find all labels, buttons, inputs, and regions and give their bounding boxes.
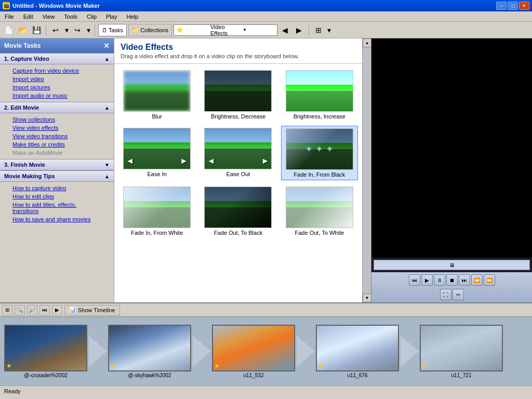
rewind-button[interactable]: ⏪ [471, 274, 483, 286]
section-capture-header[interactable]: 1. Capture Video ▲ [0, 53, 114, 64]
timeline-toolbar: ⊞ 🔍 🔎 ⏮ ▶ 📊 Show Timeline [0, 303, 532, 317]
section-edit-header[interactable]: 2. Edit Movie ▲ [0, 102, 114, 113]
minimize-button[interactable]: ─ [496, 2, 507, 10]
clip-thumb-skyhawk: ★ [108, 325, 191, 371]
effect-blur[interactable]: Blur [118, 68, 195, 122]
effects-dropdown-label: Video Effects [210, 24, 243, 36]
effect-ease-out[interactable]: ◄► Ease Out [200, 126, 276, 180]
redo-button[interactable]: ↪ [71, 24, 84, 36]
scroll-down-button[interactable]: ▼ [363, 294, 371, 302]
menu-file[interactable]: File [3, 13, 16, 20]
transition-3[interactable] [295, 328, 316, 375]
fullscreen-button[interactable]: ⛶ [440, 289, 451, 300]
menu-play[interactable]: Play [104, 13, 119, 20]
effect-fade-in-black[interactable]: Fade In, From Black [281, 126, 358, 180]
content-scrollbar[interactable]: ▲ ▼ [362, 38, 371, 302]
story-clip-u11-532[interactable]: ★ u11_532 [212, 325, 295, 378]
sidebar-close-button[interactable]: ✕ [103, 42, 110, 50]
menu-clip[interactable]: Clip [85, 13, 99, 20]
effect-brightness-increase[interactable]: Brightness, Increase [281, 68, 358, 122]
sidebar-link-view-transitions[interactable]: View video transitions [0, 132, 114, 140]
view-dropdown-button[interactable]: ▾ [326, 24, 332, 36]
sidebar-link-edit-tips[interactable]: How to edit clips [0, 192, 114, 201]
sidebar-title: Movie Tasks [4, 42, 41, 49]
effect-label-bright-dec: Brightness, Decrease [211, 113, 265, 119]
fade-out-white-overlay [286, 187, 353, 228]
zoom-in-button[interactable]: 🔎 [27, 305, 37, 315]
prev-frame-button[interactable]: ⏮ [409, 274, 420, 286]
sidebar-link-capture-tips[interactable]: How to capture video [0, 184, 114, 192]
menu-help[interactable]: Help [124, 13, 140, 20]
section-tips-label: Movie Making Tips [4, 173, 55, 179]
sidebar-link-make-titles[interactable]: Make titles or credits [0, 140, 114, 149]
window-controls[interactable]: ─ ◻ ✕ [496, 2, 529, 10]
scroll-track[interactable] [363, 47, 371, 294]
menu-tools[interactable]: Tools [62, 13, 79, 20]
restore-button[interactable]: ◻ [508, 2, 518, 10]
toolbar: 📄 📂 💾 ↩ ▾ ↪ ▾ 🗒 Tasks 📁 Collections ⭐ Vi… [0, 22, 532, 38]
clip-star-crusader: ★ [6, 362, 12, 369]
sidebar-link-import-audio[interactable]: Import audio or music [0, 91, 114, 100]
next-clip-button[interactable]: ▶ [52, 305, 62, 315]
section-tips-header[interactable]: Movie Making Tips ▲ [0, 170, 114, 182]
back-nav-button[interactable]: ◀ [279, 24, 291, 36]
section-edit-content: Show collections View video effects View… [0, 113, 114, 159]
effect-ease-in[interactable]: ◄► Ease In [118, 126, 195, 180]
ease-in-arrows: ◄► [126, 156, 188, 166]
play-storyboard-button[interactable]: ⏮ [39, 305, 50, 315]
sidebar-link-import-pictures[interactable]: Import pictures [0, 83, 114, 91]
undo-dropdown[interactable]: ▾ [63, 24, 70, 36]
transition-2[interactable] [191, 328, 212, 375]
close-button[interactable]: ✕ [519, 2, 529, 10]
effect-thumb-fade-white [123, 187, 191, 228]
effect-thumb-ease-out: ◄► [204, 128, 272, 169]
sidebar-link-capture-device[interactable]: Capture from video device [0, 66, 114, 75]
transition-1[interactable] [87, 328, 108, 375]
effect-fade-out-black[interactable]: Fade Out, To Black [200, 184, 276, 238]
clip-star-u11-721: ★ [422, 362, 428, 369]
pause-button[interactable]: ⏸ [434, 274, 445, 286]
toolbar-separator-1 [46, 24, 46, 36]
section-finish-header[interactable]: 3. Finish Movie ▼ [0, 159, 114, 170]
new-button[interactable]: 📄 [2, 24, 15, 36]
stop-button[interactable]: ⏹ [446, 274, 458, 286]
next-frame-button[interactable]: ⏭ [459, 274, 470, 286]
undo-button[interactable]: ↩ [49, 24, 62, 36]
effects-dropdown[interactable]: ⭐ Video Effects ▼ [174, 24, 277, 36]
story-clip-u11-721[interactable]: ★ u11_721 [420, 325, 503, 378]
storyboard-icon-button[interactable]: ⊞ [2, 305, 12, 315]
sidebar-link-save-tips[interactable]: How to save and share movies [0, 215, 114, 223]
sidebar-link-view-effects[interactable]: View video effects [0, 124, 114, 132]
sidebar-link-titles-tips[interactable]: How to add titles, effects, transitions [0, 201, 114, 215]
clip-star-u11-532: ★ [214, 362, 220, 369]
save-button[interactable]: 💾 [30, 24, 43, 36]
open-button[interactable]: 📂 [16, 24, 29, 36]
tasks-button[interactable]: 🗒 Tasks [98, 24, 127, 36]
story-clip-u11-676[interactable]: ★ u11_676 [316, 325, 399, 378]
split-button[interactable]: ✂ [453, 289, 464, 300]
effects-dropdown-icon: ⭐ [176, 26, 208, 33]
effect-brightness-decrease[interactable]: Brightness, Decrease [200, 68, 276, 122]
controls-spacer [374, 287, 530, 288]
transition-4[interactable] [399, 328, 420, 375]
collections-button[interactable]: 📁 Collections [128, 24, 172, 36]
menu-view[interactable]: View [41, 13, 57, 20]
fast-forward-button[interactable]: ⏩ [484, 274, 495, 286]
menu-edit[interactable]: Edit [21, 13, 35, 20]
redo-dropdown[interactable]: ▾ [85, 24, 91, 36]
scroll-up-button[interactable]: ▲ [363, 38, 371, 47]
section-capture-content: Capture from video device Import video I… [0, 64, 114, 102]
zoom-out-button[interactable]: 🔍 [15, 305, 25, 315]
preview-monitor-button[interactable]: 🖥 [374, 260, 530, 270]
show-timeline-button[interactable]: 📊 Show Timeline [64, 305, 120, 315]
sidebar-link-import-video[interactable]: Import video [0, 75, 114, 83]
sidebar-header: Movie Tasks ✕ [0, 38, 114, 53]
sidebar-link-show-collections[interactable]: Show collections [0, 115, 114, 124]
effect-fade-out-white[interactable]: Fade Out, To White [281, 184, 358, 238]
story-clip-skyhawk[interactable]: ★ @-skyhawk%2002 [108, 325, 191, 378]
forward-nav-button[interactable]: ▶ [293, 24, 305, 36]
story-clip-crusader[interactable]: ★ @-crusader%2002 [4, 325, 87, 378]
effect-fade-in-white[interactable]: Fade In, From White [118, 184, 195, 238]
play-button[interactable]: ▶ [421, 274, 433, 286]
view-toggle-button[interactable]: ⊞ [312, 24, 325, 36]
